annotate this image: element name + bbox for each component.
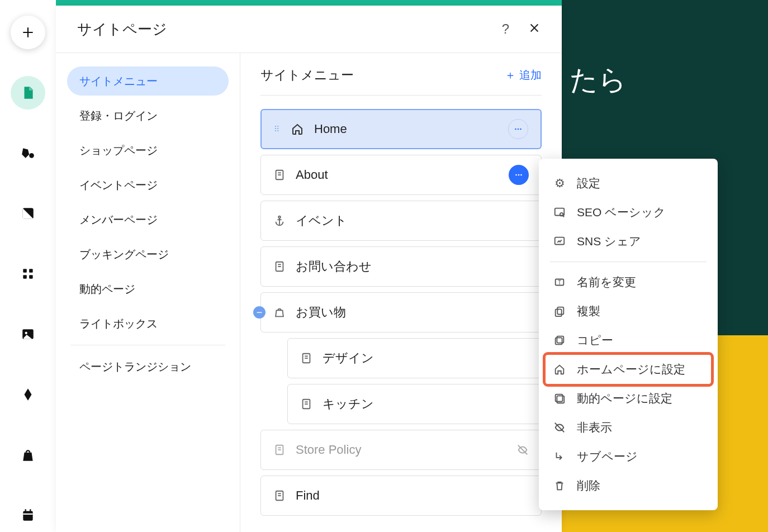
ctx-label: 名前を変更 [577, 274, 636, 290]
add-element-button[interactable] [11, 16, 45, 49]
add-page-button[interactable]: ＋ 追加 [505, 68, 542, 83]
svg-rect-9 [23, 514, 32, 515]
dots-icon [514, 170, 524, 180]
svg-point-0 [29, 153, 34, 158]
page-icon [300, 352, 312, 364]
paint-icon [21, 146, 35, 160]
image-icon [21, 327, 35, 341]
copy-icon [552, 334, 567, 346]
category-lightbox[interactable]: ライトボックス [67, 309, 229, 338]
svg-rect-48 [556, 338, 562, 344]
page-row-contact[interactable]: お問い合わせ [260, 246, 542, 287]
page-label: About [296, 168, 499, 182]
category-label: 動的ページ [79, 282, 135, 297]
page-icon [273, 444, 286, 456]
media-button[interactable] [11, 317, 45, 351]
page-row-about[interactable]: About [260, 155, 542, 195]
gear-icon: ⚙ [552, 177, 567, 190]
bag-icon [273, 306, 286, 319]
page-row-design[interactable]: デザイン [287, 338, 542, 378]
page-label: Home [314, 122, 498, 136]
design-button[interactable] [11, 136, 45, 170]
category-events[interactable]: イベントページ [67, 170, 229, 200]
ctx-label: 非表示 [577, 420, 612, 435]
page-icon [273, 260, 286, 273]
page-actions-button[interactable] [508, 119, 528, 139]
seo-icon [552, 206, 567, 218]
category-shop[interactable]: ショップページ [67, 136, 229, 165]
ctx-separator [550, 262, 707, 262]
svg-rect-46 [556, 309, 562, 316]
ctx-subpage[interactable]: サブページ [546, 442, 711, 471]
home-icon [552, 363, 567, 376]
category-login[interactable]: 登録・ログイン [67, 101, 229, 130]
ctx-set-homepage[interactable]: ホームページに設定 [546, 355, 711, 384]
category-label: ページトランジション [79, 359, 191, 374]
ctx-label: コピー [577, 332, 613, 348]
ctx-label: SNS シェア [577, 234, 641, 249]
page-row-home[interactable]: ⠿ Home [260, 109, 542, 149]
ctx-copy[interactable]: コピー [546, 326, 711, 355]
ctx-label: サブページ [577, 449, 638, 464]
ctx-hide[interactable]: 非表示 [546, 413, 711, 442]
home-icon [291, 122, 304, 136]
apps-button[interactable] [11, 257, 45, 291]
category-transitions[interactable]: ページトランジション [67, 352, 229, 381]
svg-point-7 [25, 332, 27, 334]
dynamic-icon [552, 392, 567, 405]
grid-icon [21, 267, 35, 281]
collapse-toggle[interactable]: − [253, 306, 266, 319]
svg-rect-4 [23, 275, 27, 279]
category-label: ライトボックス [79, 316, 158, 331]
svg-rect-5 [29, 275, 32, 279]
context-menu: ⚙設定 SEO ベーシック SNS シェア T名前を変更 複製 コピー ホームペ… [539, 159, 718, 510]
close-panel-button[interactable] [528, 22, 541, 36]
page-label: Find [296, 488, 529, 503]
left-rail [0, 0, 56, 532]
panel-title: サイトページ [77, 20, 167, 39]
category-bookings[interactable]: ブッキングページ [67, 240, 229, 269]
page-row-event[interactable]: イベント [260, 201, 542, 241]
page-label: キッチン [323, 396, 529, 412]
category-dynamic[interactable]: 動的ページ [67, 274, 229, 303]
contrast-icon [21, 206, 35, 221]
bag-icon [21, 448, 35, 462]
calendar-icon [21, 508, 35, 522]
category-site-menu[interactable]: サイトメニュー [67, 66, 229, 96]
svg-point-21 [278, 216, 281, 218]
ctx-duplicate[interactable]: 複製 [546, 297, 711, 326]
page-row-kitchen[interactable]: キッチン [287, 384, 542, 424]
category-list: サイトメニュー 登録・ログイン ショップページ イベントページ メンバーページ … [56, 53, 240, 532]
page-actions-button-active[interactable] [509, 165, 529, 185]
bookings-button[interactable] [11, 498, 45, 532]
category-members[interactable]: メンバーページ [67, 205, 229, 234]
page-icon [273, 490, 286, 502]
page-label: イベント [296, 212, 529, 229]
theme-button[interactable] [11, 197, 45, 230]
help-button[interactable]: ? [502, 21, 509, 37]
dots-icon [513, 124, 523, 134]
svg-rect-8 [23, 511, 32, 520]
drag-handle-icon[interactable]: ⠿ [274, 125, 279, 134]
plus-icon [21, 25, 35, 40]
page-row-find[interactable]: Find [260, 476, 542, 516]
top-accent-bar [56, 0, 562, 6]
svg-rect-45 [557, 307, 563, 315]
blog-button[interactable] [11, 378, 45, 411]
ctx-rename[interactable]: T名前を変更 [546, 268, 711, 297]
ctx-seo[interactable]: SEO ベーシック [546, 198, 711, 227]
content-title: サイトメニュー [260, 66, 354, 84]
ctx-settings[interactable]: ⚙設定 [546, 169, 711, 198]
page-label: お問い合わせ [296, 258, 529, 275]
ctx-sns[interactable]: SNS シェア [546, 227, 711, 256]
ctx-set-dynamic[interactable]: 動的ページに設定 [546, 384, 711, 413]
page-icon [21, 86, 35, 100]
ctx-label: 動的ページに設定 [577, 391, 672, 406]
ctx-delete[interactable]: 削除 [546, 471, 711, 500]
svg-rect-2 [23, 269, 27, 273]
page-row-store-policy[interactable]: Store Policy [260, 430, 542, 470]
store-button[interactable] [11, 438, 45, 472]
pages-panel-button[interactable] [11, 76, 45, 110]
hide-icon [552, 421, 567, 434]
page-row-shop[interactable]: − お買い物 [260, 292, 542, 332]
